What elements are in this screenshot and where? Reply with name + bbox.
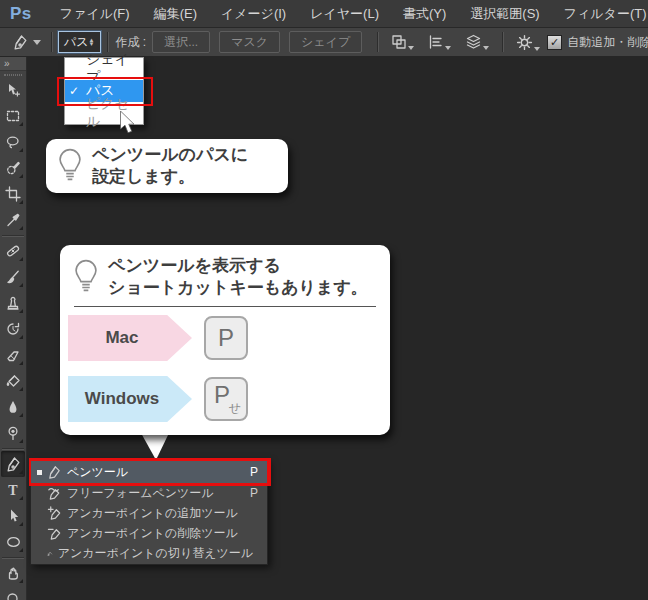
tools-panel: »: [0, 57, 27, 600]
hand-icon: [5, 565, 21, 581]
tip-line-1: ペンツールを表示する: [108, 255, 368, 277]
chevron-down-icon: [33, 40, 41, 45]
tip-line-2: ショートカットキーもあります。: [108, 277, 368, 299]
path-operations-icon: [391, 34, 407, 50]
separator: [2, 235, 24, 236]
menu-select[interactable]: 選択範囲(S): [458, 5, 551, 23]
ellipse-tool[interactable]: [1, 529, 25, 555]
stamp-icon: [5, 295, 21, 311]
dodge-icon: [5, 425, 21, 441]
menu-bar: Ps ファイル(F) 編集(E) イメージ(I) レイヤー(L) 書式(Y) 選…: [0, 0, 648, 28]
marquee-icon: [5, 108, 21, 124]
magnifier-icon: [5, 591, 21, 600]
menu-edit[interactable]: 編集(E): [142, 5, 209, 23]
mouse-cursor: [119, 111, 140, 139]
menu-layer[interactable]: レイヤー(L): [298, 5, 391, 23]
quick-selection-tool[interactable]: [1, 155, 25, 181]
make-mask-button[interactable]: マスク: [219, 31, 280, 53]
path-arrangement-icon: [465, 34, 482, 50]
path-alignment-icon: [428, 34, 444, 50]
add-anchor-icon: [47, 506, 62, 521]
paint-bucket-icon: [5, 373, 21, 389]
history-brush-icon: [5, 321, 21, 337]
move-tool[interactable]: [1, 77, 25, 103]
dodge-tool[interactable]: [1, 420, 25, 446]
dropdown-item-shape[interactable]: シェイプ: [65, 58, 143, 80]
keycap-p-windows: P せ: [204, 377, 248, 421]
separator: [2, 448, 24, 449]
tip-callout-shortcut: ペンツールを表示する ショートカットキーもあります。 Mac P Windows…: [60, 245, 390, 435]
mac-os-tag: Mac: [68, 315, 192, 361]
flyout-item-pen-tool[interactable]: ペンツール P: [31, 461, 267, 483]
make-shape-button[interactable]: シェイプ: [289, 31, 362, 53]
brush-icon: [5, 269, 21, 285]
type-icon: T: [5, 482, 21, 498]
pen-options-gear-button[interactable]: [516, 34, 540, 51]
freeform-pen-icon: [47, 486, 62, 501]
pen-icon: [47, 465, 62, 480]
healing-brush-icon: [5, 243, 21, 259]
quick-selection-icon: [5, 160, 21, 176]
flyout-item-freeform-pen-tool[interactable]: フリーフォームペンツール P: [31, 483, 267, 503]
menu-type[interactable]: 書式(Y): [391, 5, 458, 23]
menu-image[interactable]: イメージ(I): [209, 5, 298, 23]
spot-healing-brush-tool[interactable]: [1, 238, 25, 264]
auto-add-delete-checkbox[interactable]: ✓: [547, 35, 562, 50]
history-brush-tool[interactable]: [1, 316, 25, 342]
check-icon: ✓: [69, 84, 79, 98]
photoshop-logo: Ps: [0, 4, 48, 24]
blur-tool[interactable]: [1, 394, 25, 420]
convert-point-icon: [47, 546, 53, 561]
separator: [2, 557, 24, 558]
make-selection-button[interactable]: 選択...: [152, 31, 210, 53]
windows-os-tag: Windows: [68, 376, 192, 422]
auto-add-delete-label: 自動追加・削除: [567, 34, 648, 51]
type-tool[interactable]: T: [1, 477, 25, 503]
gear-icon: [516, 34, 533, 51]
clone-stamp-tool[interactable]: [1, 290, 25, 316]
crop-tool[interactable]: [1, 181, 25, 207]
brush-tool[interactable]: [1, 264, 25, 290]
chevron-down-icon: [534, 47, 540, 51]
eraser-tool[interactable]: [1, 342, 25, 368]
eyedropper-tool[interactable]: [1, 207, 25, 233]
pen-tool[interactable]: [1, 451, 25, 477]
shortcut-row-windows: Windows P せ: [68, 376, 390, 422]
selection-arrow-icon: [5, 508, 21, 524]
marquee-tool[interactable]: [1, 103, 25, 129]
zoom-tool[interactable]: [1, 586, 25, 600]
callout-tail: [141, 433, 169, 460]
divider: [74, 306, 376, 307]
tools-panel-grip[interactable]: [4, 74, 22, 76]
tool-mode-value: パス: [64, 34, 89, 51]
tip-line-2: 設定します。: [92, 166, 248, 188]
flyout-item-convert-point-tool[interactable]: アンカーポイントの切り替えツール: [31, 543, 267, 563]
tools-panel-collapse[interactable]: »: [0, 57, 26, 71]
pen-tool-flyout-menu: ペンツール P フリーフォームペンツール P アンカーポイントの追加ツール アン…: [30, 459, 268, 565]
delete-anchor-icon: [47, 526, 62, 541]
chevron-down-icon: [483, 46, 489, 50]
hand-tool[interactable]: [1, 560, 25, 586]
eyedropper-icon: [5, 212, 21, 228]
tool-preset-picker[interactable]: [8, 34, 45, 51]
menu-filter[interactable]: フィルター(T): [552, 5, 648, 23]
eraser-icon: [5, 347, 21, 363]
flyout-item-delete-anchor-tool[interactable]: アンカーポイントの削除ツール: [31, 523, 267, 543]
path-arrangement-button[interactable]: [465, 34, 489, 50]
tip-callout-path-mode: ペンツールのパスに 設定します。: [46, 139, 288, 193]
flyout-item-add-anchor-tool[interactable]: アンカーポイントの追加ツール: [31, 503, 267, 523]
path-selection-tool[interactable]: [1, 503, 25, 529]
path-alignment-button[interactable]: [428, 34, 451, 50]
lasso-tool[interactable]: [1, 129, 25, 155]
separator: [502, 32, 503, 52]
ellipse-icon: [5, 534, 22, 550]
lasso-icon: [5, 134, 21, 150]
chevron-down-icon: [445, 46, 451, 50]
paint-bucket-tool[interactable]: [1, 368, 25, 394]
path-operations-button[interactable]: [391, 34, 414, 50]
water-drop-icon: [5, 399, 21, 415]
separator: [51, 32, 52, 52]
menu-file[interactable]: ファイル(F): [48, 5, 142, 23]
tool-mode-select[interactable]: パス ▲▼: [58, 31, 101, 53]
lightbulb-icon: [56, 147, 84, 185]
